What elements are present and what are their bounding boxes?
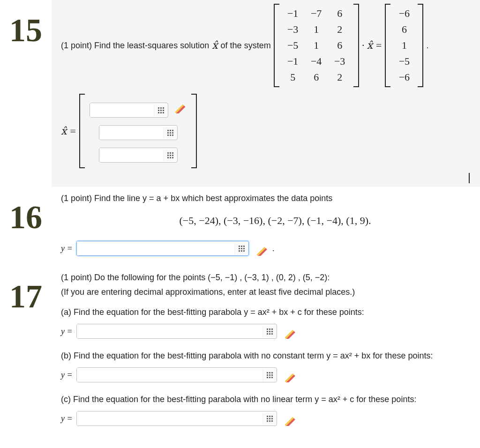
vector-b-table: −6 6 1 −5 −6 [392, 6, 416, 85]
matrix-cell: −3 [281, 22, 305, 37]
p17a-answer-input[interactable] [77, 324, 262, 338]
matrix-A-table: −1−76 −312 −516 −1−4−3 562 [281, 6, 352, 85]
p16-answer-wrap [76, 241, 249, 256]
matrix-cell: −1 [281, 6, 305, 22]
answer-input-row1[interactable] [90, 103, 154, 117]
text-cursor [469, 173, 470, 183]
keypad-icon[interactable] [262, 326, 277, 337]
matrix-cell: −7 [305, 6, 328, 22]
matrix-cell: −1 [281, 53, 305, 69]
p17a-answer-row: y = [52, 319, 475, 345]
p16-data-points: (−5, −24), (−3, −16), (−2, −7), (−1, −4)… [52, 205, 475, 236]
matrix-cell: 6 [392, 22, 416, 37]
p17b-answer-label: y = [61, 370, 73, 380]
bracket-right [354, 4, 359, 87]
matrix-cell: 1 [305, 37, 328, 53]
answer-matrix-table [87, 96, 190, 166]
answer-matrix [79, 94, 197, 168]
p17a-answer-label: y = [61, 327, 73, 336]
answer-input-row2[interactable] [99, 126, 163, 140]
p17c-question: (c) Find the equation for the best-fitti… [52, 389, 475, 406]
p15-prompt-line: (1 point) Find the least-squares solutio… [52, 4, 475, 87]
matrix-cell: 2 [328, 69, 352, 85]
matrix-cell: −3 [328, 53, 352, 69]
problem-17-content: (1 point) Do the following for the point… [52, 266, 480, 436]
matrix-cell: 2 [328, 22, 352, 37]
problem-16-row: 16 (1 point) Find the line y = a + bx wh… [0, 187, 480, 266]
pencil-icon[interactable] [284, 326, 297, 339]
matrix-cell: 1 [392, 37, 416, 53]
matrix-cell: 1 [305, 22, 328, 37]
answer-input-row1-wrap [90, 103, 168, 118]
matrix-cell: −6 [392, 6, 416, 22]
p17b-answer-wrap [76, 367, 277, 382]
p17a-question: (a) Find the equation for the best-fitti… [52, 299, 475, 319]
keypad-icon[interactable] [234, 243, 248, 254]
matrix-cell: −5 [281, 37, 305, 53]
matrix-cell: 6 [305, 69, 328, 85]
text-cursor-area [52, 173, 475, 183]
p17-prompt2: (If you are entering decimal approximati… [52, 284, 475, 299]
matrix-cell: 6 [328, 6, 352, 22]
problem-16-content: (1 point) Find the line y = a + bx which… [52, 187, 480, 266]
p15-prompt-mid: of the system [221, 41, 271, 51]
problem-17-row: 17 (1 point) Do the following for the po… [0, 266, 480, 436]
handwritten-number-17: 17 [9, 266, 42, 313]
matrix-cell: −5 [392, 53, 416, 69]
p17b-answer-input[interactable] [77, 368, 262, 382]
p17c-answer-input[interactable] [77, 411, 262, 426]
problem-15-content: (1 point) Find the least-squares solutio… [52, 0, 480, 187]
p15-answer-area: x̂ = [52, 87, 475, 173]
pencil-icon[interactable] [173, 100, 187, 113]
handwritten-number-16: 16 [9, 187, 42, 234]
keypad-icon[interactable] [163, 127, 177, 139]
p17b-question: (b) Find the equation for the best-fitti… [52, 345, 475, 363]
pencil-icon[interactable] [284, 413, 297, 426]
bracket-left [274, 4, 278, 87]
answer-input-row2-wrap [99, 125, 178, 140]
keypad-icon[interactable] [154, 105, 168, 116]
keypad-icon[interactable] [262, 369, 277, 381]
answer-label: x̂ = [61, 125, 76, 137]
p17b-answer-row: y = [52, 363, 475, 389]
bracket-left [385, 4, 390, 87]
xhat-symbol: x̂ [212, 39, 218, 52]
p17-prompt1: (1 point) Do the following for the point… [52, 270, 475, 284]
bracket-right [192, 94, 197, 168]
p16-prompt: (1 point) Find the line y = a + bx which… [52, 191, 475, 205]
matrix-cell: −6 [392, 69, 416, 85]
p17c-answer-label: y = [61, 414, 73, 424]
p17c-answer-wrap [76, 411, 277, 426]
p16-trailing: . [272, 244, 275, 254]
handwritten-number-col: 16 [0, 187, 52, 234]
keypad-icon[interactable] [163, 149, 177, 161]
bracket-left [79, 94, 84, 168]
answer-input-row3[interactable] [99, 148, 163, 162]
matrix-cell: −4 [305, 53, 328, 69]
dot-xhat-eq: · x̂ = [362, 39, 382, 52]
bracket-right [419, 4, 423, 87]
trailing-period: . [426, 41, 428, 51]
p17c-answer-row: y = [52, 406, 475, 433]
matrix-A: −1−76 −312 −516 −1−4−3 562 [274, 4, 359, 87]
matrix-cell: 5 [281, 69, 305, 85]
answer-input-row3-wrap [99, 148, 178, 163]
p16-answer-row: y = . [52, 236, 475, 262]
p16-prompt-text: (1 point) Find the line y = a + bx which… [61, 194, 332, 203]
matrix-cell: 6 [328, 37, 352, 53]
handwritten-number-col: 17 [0, 266, 52, 313]
handwritten-number-15: 15 [9, 0, 42, 47]
pencil-icon[interactable] [255, 243, 269, 256]
p16-answer-input[interactable] [77, 241, 234, 255]
vector-b: −6 6 1 −5 −6 [385, 4, 423, 87]
p16-answer-label: y = [61, 244, 73, 254]
keypad-icon[interactable] [262, 413, 277, 425]
handwritten-number-col: 15 [0, 0, 52, 47]
pencil-icon[interactable] [284, 369, 297, 382]
p15-prompt-prefix: (1 point) Find the least-squares solutio… [61, 41, 209, 51]
problem-15-row: 15 (1 point) Find the least-squares solu… [0, 0, 480, 187]
p17a-answer-wrap [76, 324, 277, 339]
